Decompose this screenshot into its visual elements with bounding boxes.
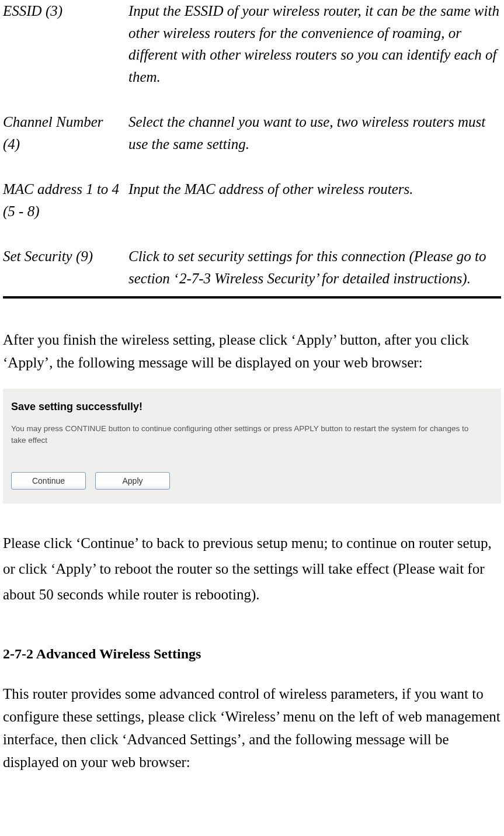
- definition-row: MAC address 1 to 4 (5 - 8) Input the MAC…: [3, 178, 501, 222]
- apply-button[interactable]: Apply: [95, 472, 170, 490]
- save-success-title: Save setting successfully!: [11, 399, 493, 415]
- definition-row: Set Security (9) Click to set security s…: [3, 245, 501, 289]
- screenshot-button-row: Continue Apply: [11, 472, 493, 490]
- definition-term: ESSID (3): [3, 0, 128, 88]
- definition-term: Channel Number (4): [3, 111, 128, 155]
- section-heading-advanced-wireless: 2-7-2 Advanced Wireless Settings: [3, 643, 501, 664]
- paragraph-advanced-wireless: This router provides some advanced contr…: [3, 683, 501, 773]
- definition-term: Set Security (9): [3, 245, 128, 289]
- continue-button[interactable]: Continue: [11, 472, 86, 490]
- paragraph-apply-instruction: After you finish the wireless setting, p…: [3, 329, 501, 374]
- definition-row: Channel Number (4) Select the channel yo…: [3, 111, 501, 155]
- definition-description: Click to set security settings for this …: [128, 245, 501, 289]
- definition-description: Input the ESSID of your wireless router,…: [128, 0, 501, 88]
- paragraph-continue-apply: Please click ‘Continue’ to back to previ…: [3, 530, 501, 607]
- definition-row: ESSID (3) Input the ESSID of your wirele…: [3, 0, 501, 88]
- definition-description: Input the MAC address of other wireless …: [128, 178, 501, 222]
- save-success-screenshot: Save setting successfully! You may press…: [3, 388, 501, 504]
- save-success-subtitle: You may press CONTINUE button to continu…: [11, 423, 484, 447]
- definition-term: MAC address 1 to 4 (5 - 8): [3, 178, 128, 222]
- section-divider: [3, 296, 501, 299]
- definitions-table: ESSID (3) Input the ESSID of your wirele…: [3, 0, 501, 289]
- definition-description: Select the channel you want to use, two …: [128, 111, 501, 155]
